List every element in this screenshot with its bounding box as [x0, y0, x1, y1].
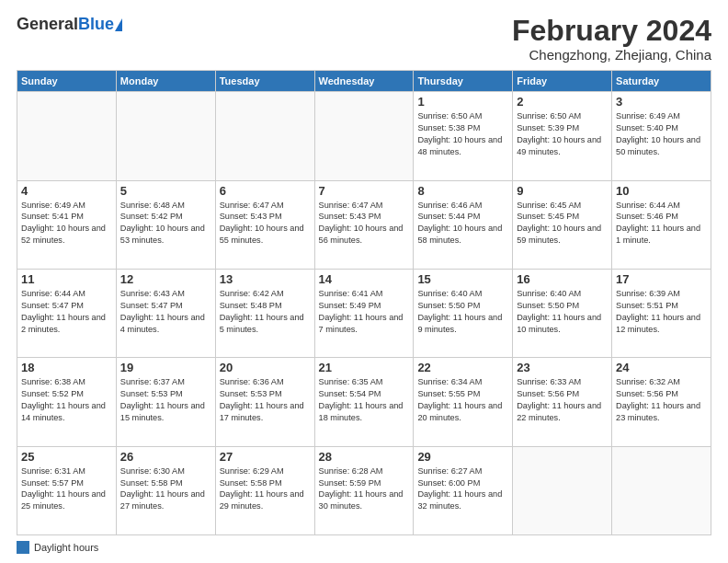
table-row [116, 92, 215, 180]
day-number: 17 [616, 272, 707, 286]
day-info: Sunrise: 6:36 AMSunset: 5:53 PMDaylight:… [220, 376, 311, 424]
page-header: GeneralBlue February 2024 Chengzhong, Zh… [17, 15, 711, 63]
calendar-table: SundayMondayTuesdayWednesdayThursdayFrid… [17, 70, 711, 535]
table-row: 7Sunrise: 6:47 AMSunset: 5:43 PMDaylight… [314, 180, 414, 269]
day-number: 10 [616, 184, 707, 198]
table-row [314, 92, 414, 180]
day-number: 15 [417, 272, 508, 286]
day-number: 1 [417, 95, 508, 109]
location-title: Chengzhong, Zhejiang, China [512, 47, 711, 63]
day-info: Sunrise: 6:31 AMSunset: 5:57 PMDaylight:… [21, 465, 112, 513]
day-info: Sunrise: 6:49 AMSunset: 5:40 PMDaylight:… [616, 110, 707, 158]
day-info: Sunrise: 6:44 AMSunset: 5:47 PMDaylight:… [21, 288, 112, 336]
legend-label: Daylight hours [34, 542, 98, 553]
day-number: 26 [120, 450, 211, 464]
calendar-week-row: 11Sunrise: 6:44 AMSunset: 5:47 PMDayligh… [17, 269, 711, 357]
day-number: 6 [220, 184, 311, 198]
day-info: Sunrise: 6:47 AMSunset: 5:43 PMDaylight:… [220, 200, 311, 247]
day-info: Sunrise: 6:50 AMSunset: 5:38 PMDaylight:… [417, 110, 508, 158]
day-info: Sunrise: 6:45 AMSunset: 5:45 PMDaylight:… [517, 200, 608, 247]
table-row: 1Sunrise: 6:50 AMSunset: 5:38 PMDaylight… [414, 92, 513, 180]
calendar-week-row: 25Sunrise: 6:31 AMSunset: 5:57 PMDayligh… [17, 446, 711, 534]
day-info: Sunrise: 6:28 AMSunset: 5:59 PMDaylight:… [319, 465, 410, 513]
table-row: 14Sunrise: 6:41 AMSunset: 5:49 PMDayligh… [314, 269, 414, 357]
day-number: 25 [21, 450, 112, 464]
legend-color-box [17, 541, 29, 554]
day-info: Sunrise: 6:39 AMSunset: 5:51 PMDaylight:… [616, 288, 707, 336]
day-info: Sunrise: 6:34 AMSunset: 5:55 PMDaylight:… [417, 376, 508, 424]
table-row: 21Sunrise: 6:35 AMSunset: 5:54 PMDayligh… [314, 358, 414, 446]
day-number: 3 [616, 95, 707, 109]
logo: GeneralBlue [17, 15, 122, 34]
table-row [215, 92, 314, 180]
table-row: 24Sunrise: 6:32 AMSunset: 5:56 PMDayligh… [612, 358, 711, 446]
table-row: 8Sunrise: 6:46 AMSunset: 5:44 PMDaylight… [414, 180, 513, 269]
table-row: 11Sunrise: 6:44 AMSunset: 5:47 PMDayligh… [17, 269, 117, 357]
day-number: 20 [220, 361, 311, 374]
day-info: Sunrise: 6:46 AMSunset: 5:44 PMDaylight:… [417, 200, 508, 247]
day-info: Sunrise: 6:41 AMSunset: 5:49 PMDaylight:… [319, 288, 410, 336]
day-number: 27 [220, 450, 311, 464]
table-row: 3Sunrise: 6:49 AMSunset: 5:40 PMDaylight… [612, 92, 711, 180]
table-row: 15Sunrise: 6:40 AMSunset: 5:50 PMDayligh… [414, 269, 513, 357]
logo-general-text: General [17, 15, 78, 34]
calendar-week-row: 4Sunrise: 6:49 AMSunset: 5:41 PMDaylight… [17, 180, 711, 269]
table-row: 9Sunrise: 6:45 AMSunset: 5:45 PMDaylight… [513, 180, 612, 269]
table-row [513, 446, 612, 534]
calendar-day-header: Tuesday [215, 71, 314, 92]
day-number: 9 [517, 184, 608, 198]
table-row: 6Sunrise: 6:47 AMSunset: 5:43 PMDaylight… [215, 180, 314, 269]
calendar-week-row: 18Sunrise: 6:38 AMSunset: 5:52 PMDayligh… [17, 358, 711, 446]
table-row: 22Sunrise: 6:34 AMSunset: 5:55 PMDayligh… [414, 358, 513, 446]
logo-triangle-icon [115, 18, 122, 31]
day-number: 11 [21, 272, 112, 286]
table-row: 12Sunrise: 6:43 AMSunset: 5:47 PMDayligh… [116, 269, 215, 357]
title-block: February 2024 Chengzhong, Zhejiang, Chin… [512, 15, 711, 63]
table-row: 16Sunrise: 6:40 AMSunset: 5:50 PMDayligh… [513, 269, 612, 357]
day-info: Sunrise: 6:49 AMSunset: 5:41 PMDaylight:… [21, 200, 112, 247]
calendar-day-header: Monday [116, 71, 215, 92]
calendar-header-row: SundayMondayTuesdayWednesdayThursdayFrid… [17, 71, 711, 92]
table-row [17, 92, 117, 180]
calendar-day-header: Wednesday [314, 71, 414, 92]
table-row: 5Sunrise: 6:48 AMSunset: 5:42 PMDaylight… [116, 180, 215, 269]
day-number: 28 [319, 450, 410, 464]
day-number: 18 [21, 361, 112, 374]
day-number: 5 [120, 184, 211, 198]
table-row: 2Sunrise: 6:50 AMSunset: 5:39 PMDaylight… [513, 92, 612, 180]
day-number: 12 [120, 272, 211, 286]
day-info: Sunrise: 6:32 AMSunset: 5:56 PMDaylight:… [616, 376, 707, 424]
day-number: 19 [120, 361, 211, 374]
logo-blue-text: Blue [78, 15, 114, 34]
day-number: 21 [319, 361, 410, 374]
calendar-day-header: Friday [513, 71, 612, 92]
day-info: Sunrise: 6:30 AMSunset: 5:58 PMDaylight:… [120, 465, 211, 513]
day-info: Sunrise: 6:42 AMSunset: 5:48 PMDaylight:… [220, 288, 311, 336]
day-info: Sunrise: 6:50 AMSunset: 5:39 PMDaylight:… [517, 110, 608, 158]
day-info: Sunrise: 6:35 AMSunset: 5:54 PMDaylight:… [319, 376, 410, 424]
day-info: Sunrise: 6:38 AMSunset: 5:52 PMDaylight:… [21, 376, 112, 424]
day-info: Sunrise: 6:48 AMSunset: 5:42 PMDaylight:… [120, 200, 211, 247]
table-row: 18Sunrise: 6:38 AMSunset: 5:52 PMDayligh… [17, 358, 117, 446]
table-row: 4Sunrise: 6:49 AMSunset: 5:41 PMDaylight… [17, 180, 117, 269]
calendar-day-header: Sunday [17, 71, 117, 92]
calendar-week-row: 1Sunrise: 6:50 AMSunset: 5:38 PMDaylight… [17, 92, 711, 180]
day-number: 29 [417, 450, 508, 464]
calendar-day-header: Saturday [612, 71, 711, 92]
day-number: 2 [517, 95, 608, 109]
day-number: 24 [616, 361, 707, 374]
day-info: Sunrise: 6:29 AMSunset: 5:58 PMDaylight:… [220, 465, 311, 513]
day-number: 7 [319, 184, 410, 198]
day-number: 13 [220, 272, 311, 286]
day-info: Sunrise: 6:37 AMSunset: 5:53 PMDaylight:… [120, 376, 211, 424]
table-row: 19Sunrise: 6:37 AMSunset: 5:53 PMDayligh… [116, 358, 215, 446]
legend: Daylight hours [17, 541, 711, 554]
day-info: Sunrise: 6:27 AMSunset: 6:00 PMDaylight:… [417, 465, 508, 513]
day-number: 23 [517, 361, 608, 374]
day-info: Sunrise: 6:40 AMSunset: 5:50 PMDaylight:… [517, 288, 608, 336]
day-info: Sunrise: 6:44 AMSunset: 5:46 PMDaylight:… [616, 200, 707, 247]
day-info: Sunrise: 6:33 AMSunset: 5:56 PMDaylight:… [517, 376, 608, 424]
table-row: 13Sunrise: 6:42 AMSunset: 5:48 PMDayligh… [215, 269, 314, 357]
table-row: 29Sunrise: 6:27 AMSunset: 6:00 PMDayligh… [414, 446, 513, 534]
day-info: Sunrise: 6:47 AMSunset: 5:43 PMDaylight:… [319, 200, 410, 247]
